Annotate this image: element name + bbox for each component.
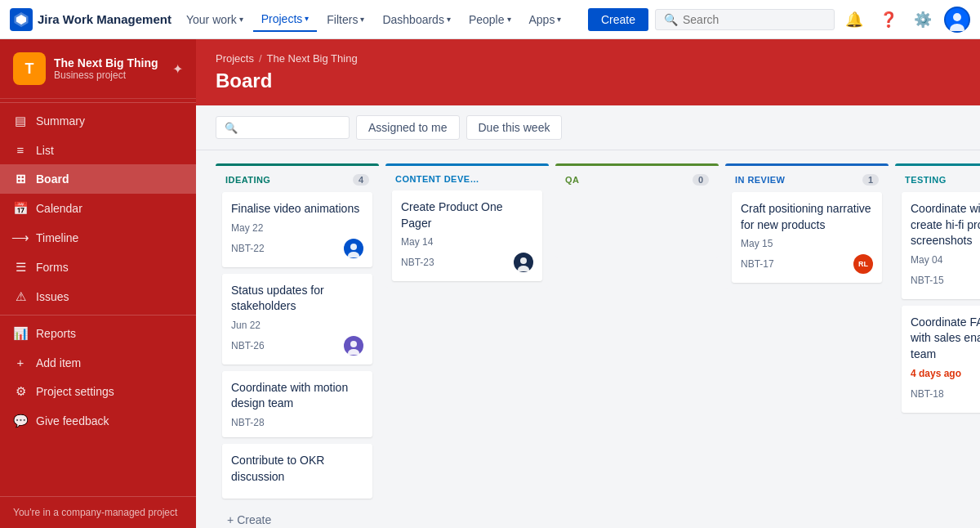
sidebar-item-reports[interactable]: 📊 Reports xyxy=(0,319,196,348)
nav-dashboards[interactable]: Dashboards ▾ xyxy=(374,8,459,31)
nav-apps[interactable]: Apps ▾ xyxy=(521,8,570,31)
sidebar-item-label: Summary xyxy=(36,114,85,128)
nav-links: Your work ▾ Projects ▾ Filters ▾ Dashboa… xyxy=(178,7,581,32)
nav-people[interactable]: People ▾ xyxy=(461,8,519,31)
card-id: NBT-26 xyxy=(231,340,265,351)
create-button[interactable]: Create xyxy=(588,8,648,31)
sidebar-item-label: Forms xyxy=(36,261,69,274)
list-icon: ≡ xyxy=(13,143,28,157)
nav-your-work[interactable]: Your work ▾ xyxy=(178,8,252,31)
settings-icon[interactable]: ⚙️ xyxy=(910,7,936,33)
card-nbt-28[interactable]: Coordinate with motion design team NBT-2… xyxy=(222,371,372,437)
column-count-qa: 0 xyxy=(693,174,709,186)
board-search[interactable]: 🔍 xyxy=(216,116,350,139)
star-icon[interactable]: ✦ xyxy=(172,61,183,77)
main-layout: T The Next Big Thing Business project ✦ … xyxy=(0,39,980,528)
column-header-testing: TESTING 2 xyxy=(895,166,980,192)
column-count-inreview: 1 xyxy=(862,174,879,186)
column-testing: TESTING 2 Coordinate with Design to crea… xyxy=(895,163,980,419)
card-title: Create Product One Pager xyxy=(401,199,533,231)
global-search[interactable]: 🔍 xyxy=(655,9,835,30)
sidebar-item-forms[interactable]: ☰ Forms xyxy=(0,253,196,282)
card-title: Coordinate FAQ content with sales enable… xyxy=(911,315,980,363)
card-title: Status updates for stakeholders xyxy=(231,283,363,315)
timeline-icon: ⟶ xyxy=(13,230,28,245)
sidebar-item-add-item[interactable]: + Add item xyxy=(0,348,196,377)
sidebar-item-label: Give feedback xyxy=(36,414,109,427)
card-date: May 22 xyxy=(231,222,363,234)
sidebar-item-project-settings[interactable]: ⚙ Project settings xyxy=(0,377,196,406)
due-this-week-button[interactable]: Due this week xyxy=(466,115,563,140)
column-title-ideating: IDEATING xyxy=(225,175,270,185)
card-date: May 04 xyxy=(911,254,980,266)
sidebar: T The Next Big Thing Business project ✦ … xyxy=(0,39,196,528)
card-id: NBT-28 xyxy=(231,417,265,428)
board-container: IDEATING 4 Finalise video animations May… xyxy=(196,150,980,528)
forms-icon: ☰ xyxy=(13,260,28,275)
logo-icon xyxy=(10,8,33,31)
assigned-to-me-button[interactable]: Assigned to me xyxy=(356,115,460,140)
sidebar-item-timeline[interactable]: ⟶ Timeline xyxy=(0,223,196,253)
breadcrumb-sep: / xyxy=(259,52,262,65)
sidebar-item-calendar[interactable]: 📅 Calendar xyxy=(0,194,196,223)
app-logo[interactable]: Jira Work Management xyxy=(10,8,172,31)
sidebar-item-label: Reports xyxy=(36,327,76,340)
card-meta: NBT-26 xyxy=(231,336,363,356)
column-content-dev: CONTENT DEVE… Create Product One Pager M… xyxy=(385,163,549,288)
issues-icon: ⚠ xyxy=(13,289,28,304)
column-cards-inreview: Craft positioning narrative for new prod… xyxy=(725,192,889,289)
sidebar-item-label: List xyxy=(36,144,54,157)
sidebar-item-summary[interactable]: ▤ Summary xyxy=(0,106,196,136)
board-search-input[interactable] xyxy=(243,121,341,134)
card-id: NBT-23 xyxy=(401,257,434,268)
breadcrumb-projects[interactable]: Projects xyxy=(216,52,254,65)
card-nbt-23[interactable]: Create Product One Pager May 14 NBT-23 xyxy=(392,190,542,281)
sidebar-item-list[interactable]: ≡ List xyxy=(0,136,196,164)
card-avatar xyxy=(344,336,363,356)
card-nbt-17[interactable]: Craft positioning narrative for new prod… xyxy=(732,192,882,283)
card-nbt-26[interactable]: Status updates for stakeholders Jun 22 N… xyxy=(222,274,372,365)
nav-filters[interactable]: Filters ▾ xyxy=(318,8,372,31)
project-icon: T xyxy=(13,52,46,85)
notifications-icon[interactable]: 🔔 xyxy=(841,7,867,33)
card-nbt-22[interactable]: Finalise video animations May 22 NBT-22 xyxy=(222,192,372,267)
sidebar-item-label: Timeline xyxy=(36,231,78,244)
project-settings-icon: ⚙ xyxy=(13,384,28,399)
column-cards-ideating: Finalise video animations May 22 NBT-22 … xyxy=(216,192,379,505)
page-title: Board xyxy=(216,69,960,105)
card-id: NBT-15 xyxy=(911,275,944,286)
sidebar-item-label: Add item xyxy=(36,356,81,369)
sidebar-item-label: Issues xyxy=(36,290,69,303)
sidebar-item-give-feedback[interactable]: 💬 Give feedback xyxy=(0,406,196,436)
search-input[interactable] xyxy=(683,13,826,26)
sidebar-item-label: Calendar xyxy=(36,202,82,215)
sidebar-item-label: Project settings xyxy=(36,385,114,398)
help-icon[interactable]: ❓ xyxy=(875,7,902,33)
nav-icon-group: 🔔 ❓ ⚙️ xyxy=(841,7,970,33)
create-card-button[interactable]: + Create xyxy=(222,510,372,528)
avatar[interactable] xyxy=(944,7,970,33)
breadcrumb: Projects / The Next Big Thing xyxy=(216,52,960,65)
sidebar-item-issues[interactable]: ⚠ Issues xyxy=(0,282,196,311)
svg-point-1 xyxy=(953,13,961,21)
column-qa: QA 0 xyxy=(555,163,719,257)
column-count-ideating: 4 xyxy=(353,174,369,186)
main-header: Projects / The Next Big Thing Board xyxy=(196,39,980,105)
sidebar-footer: You're in a company-managed project xyxy=(0,496,196,528)
column-header-ideating: IDEATING 4 xyxy=(216,166,379,192)
card-nbt-18[interactable]: Coordinate FAQ content with sales enable… xyxy=(902,306,980,413)
card-nbt-15[interactable]: Coordinate with Design to create hi-fi p… xyxy=(902,192,980,299)
sidebar-item-board[interactable]: ⊞ Board xyxy=(0,164,196,194)
nav-projects[interactable]: Projects ▾ xyxy=(253,7,318,32)
card-contribute[interactable]: Contribute to OKR discussion xyxy=(222,444,372,499)
top-nav: Jira Work Management Your work ▾ Project… xyxy=(0,0,980,39)
reports-icon: 📊 xyxy=(13,326,28,341)
project-type: Business project xyxy=(54,69,164,81)
board-toolbar: 🔍 Assigned to me Due this week xyxy=(196,105,980,150)
search-icon: 🔍 xyxy=(225,122,238,134)
card-id: NBT-17 xyxy=(741,258,774,270)
board-icon: ⊞ xyxy=(13,172,28,186)
breadcrumb-project[interactable]: The Next Big Thing xyxy=(267,52,358,65)
main-content: Projects / The Next Big Thing Board 🔍 As… xyxy=(196,39,980,528)
card-title: Finalise video animations xyxy=(231,201,363,217)
